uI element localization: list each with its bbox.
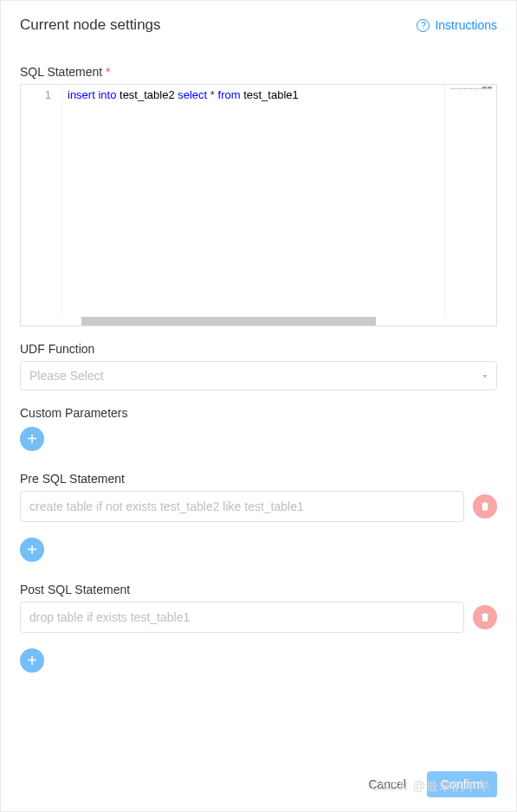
udf-function-label: UDF Function <box>20 342 497 356</box>
sql-statement-label: SQL Statement <box>20 65 497 79</box>
confirm-button[interactable]: Confirm <box>427 771 497 797</box>
help-icon: ? <box>417 19 430 32</box>
line-number: 1 <box>24 88 51 101</box>
editor-minimap[interactable] <box>444 85 496 317</box>
editor-gutter: 1 <box>21 85 62 317</box>
editor-controls-icon <box>482 87 494 92</box>
cancel-button[interactable]: Cancel <box>359 772 415 796</box>
sql-editor[interactable]: 1 insert into test_table2 select * from <box>20 84 497 326</box>
post-sql-value: drop table if exists test_table1 <box>29 610 190 624</box>
table-test-table2: test_table2 <box>120 88 175 101</box>
keyword-insert: insert <box>68 88 95 101</box>
post-sql-label: Post SQL Statement <box>20 583 497 596</box>
trash-icon <box>479 500 491 512</box>
keyword-into: into <box>98 88 116 101</box>
plus-icon: + <box>27 652 37 669</box>
udf-placeholder: Please Select <box>29 369 104 383</box>
pre-sql-label: Pre SQL Statement <box>20 472 497 486</box>
custom-parameters-label: Custom Parameters <box>20 406 497 420</box>
content-scroll[interactable]: SQL Statement 1 insert into test_table2 … <box>1 49 516 763</box>
code-line[interactable]: insert into test_table2 select * from te… <box>62 85 304 317</box>
plus-icon: + <box>27 541 37 558</box>
keyword-from: from <box>218 88 241 101</box>
instructions-label: Instructions <box>435 18 497 32</box>
chevron-down-icon: ▾ <box>482 371 488 380</box>
pre-sql-input[interactable]: create table if not exists test_table2 l… <box>20 491 464 522</box>
add-custom-parameter-button[interactable]: + <box>20 427 44 451</box>
pre-sql-value: create table if not exists test_table2 l… <box>29 499 304 513</box>
delete-post-sql-button[interactable] <box>473 605 497 629</box>
editor-h-scrollbar[interactable] <box>21 317 496 325</box>
keyword-select: select <box>178 88 207 101</box>
instructions-link[interactable]: ? Instructions <box>417 18 497 32</box>
add-pre-sql-button[interactable]: + <box>20 538 44 562</box>
delete-pre-sql-button[interactable] <box>473 494 497 519</box>
page-title: Current node settings <box>20 16 161 34</box>
trash-icon <box>479 611 491 623</box>
star-token: * <box>210 88 215 101</box>
table-test-table1: test_table1 <box>243 88 299 101</box>
udf-function-select[interactable]: Please Select ▾ <box>20 361 497 390</box>
post-sql-input[interactable]: drop table if exists test_table1 <box>20 602 464 633</box>
add-post-sql-button[interactable]: + <box>20 648 44 673</box>
plus-icon: + <box>27 430 37 448</box>
scrollbar-thumb[interactable] <box>81 317 376 325</box>
